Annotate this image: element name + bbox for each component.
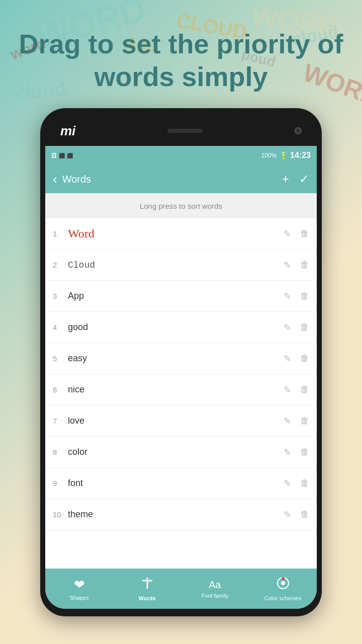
battery-icon: 🔋 (279, 151, 288, 159)
delete-icon[interactable]: 🗑 (300, 384, 309, 395)
word-text: Cloud (68, 260, 284, 270)
word-text: nice (68, 384, 284, 395)
add-button[interactable]: + (282, 173, 289, 185)
word-item: 5easy✎🗑 (45, 343, 317, 374)
status-icon-2: ⬛ (67, 153, 73, 158)
words-nav-icon (141, 577, 154, 593)
edit-icon[interactable]: ✎ (284, 228, 291, 239)
nav-item-color-schemes[interactable]: Color schemes (249, 577, 317, 601)
notification-icon: 🖼 (51, 152, 57, 158)
word-number: 1 (53, 229, 68, 238)
delete-icon[interactable]: 🗑 (300, 322, 309, 333)
app-content: 🖼 ⬛ ⬛ 100% 🔋 14:23 ‹ Words + ✓ Long pres… (45, 146, 317, 609)
word-text: easy (68, 353, 284, 364)
word-number: 5 (53, 354, 68, 363)
phone-top-bar: mi (45, 116, 317, 146)
word-number: 3 (53, 292, 68, 300)
word-item: 3App✎🗑 (45, 281, 317, 312)
hero-title: Drag to set the priority of words simply (0, 28, 362, 93)
edit-icon[interactable]: ✎ (284, 291, 291, 302)
nav-item-font-family[interactable]: AaFont family (181, 579, 249, 599)
word-item: 4good✎🗑 (45, 312, 317, 343)
phone-camera (295, 127, 302, 134)
font-family-nav-label: Font family (202, 593, 229, 599)
word-number: 6 (53, 385, 68, 394)
status-icon-1: ⬛ (59, 153, 65, 158)
phone-speaker (167, 129, 203, 133)
svg-point-4 (282, 577, 285, 580)
word-item: 9font✎🗑 (45, 468, 317, 499)
word-item: 8color✎🗑 (45, 437, 317, 468)
nav-item-words[interactable]: Words (113, 577, 181, 601)
delete-icon[interactable]: 🗑 (300, 291, 309, 301)
word-actions: ✎🗑 (284, 447, 309, 458)
edit-icon[interactable]: ✎ (284, 416, 291, 427)
edit-icon[interactable]: ✎ (284, 322, 291, 333)
word-text: love (68, 416, 284, 426)
words-list[interactable]: 1Word✎🗑2Cloud✎🗑3App✎🗑4good✎🗑5easy✎🗑6nice… (45, 218, 317, 569)
edit-icon[interactable]: ✎ (284, 260, 291, 271)
word-number: 10 (53, 510, 68, 519)
delete-icon[interactable]: 🗑 (300, 447, 309, 457)
word-actions: ✎🗑 (284, 416, 309, 427)
delete-icon[interactable]: 🗑 (300, 509, 309, 520)
sort-hint-bar: Long press to sort words (45, 193, 317, 218)
mi-logo: mi (60, 123, 75, 139)
shapes-nav-label: Shapes (70, 595, 88, 601)
delete-icon[interactable]: 🗑 (300, 353, 309, 364)
battery-percent: 100% (261, 152, 277, 159)
back-button[interactable]: ‹ (53, 172, 57, 187)
word-number: 2 (53, 261, 68, 269)
word-actions: ✎🗑 (284, 509, 309, 520)
toolbar-actions: + ✓ (282, 173, 309, 185)
delete-icon[interactable]: 🗑 (300, 228, 309, 239)
words-nav-label: Words (138, 595, 155, 601)
word-text: color (68, 447, 284, 457)
edit-icon[interactable]: ✎ (284, 384, 291, 395)
word-text: App (68, 291, 284, 301)
app-toolbar: ‹ Words + ✓ (45, 165, 317, 193)
word-actions: ✎🗑 (284, 384, 309, 395)
word-actions: ✎🗑 (284, 291, 309, 302)
phone-frame: mi 🖼 ⬛ ⬛ 100% 🔋 14:23 ‹ Words + ✓ (40, 108, 322, 616)
word-item: 1Word✎🗑 (45, 218, 317, 250)
edit-icon[interactable]: ✎ (284, 478, 291, 489)
word-actions: ✎🗑 (284, 478, 309, 489)
delete-icon[interactable]: 🗑 (300, 478, 309, 489)
delete-icon[interactable]: 🗑 (300, 416, 309, 426)
status-bar: 🖼 ⬛ ⬛ 100% 🔋 14:23 (45, 146, 317, 165)
delete-icon[interactable]: 🗑 (300, 260, 309, 270)
edit-icon[interactable]: ✎ (284, 447, 291, 458)
word-item: 10theme✎🗑 (45, 499, 317, 530)
word-actions: ✎🗑 (284, 260, 309, 271)
word-number: 8 (53, 448, 68, 456)
word-number: 9 (53, 479, 68, 488)
word-number: 7 (53, 417, 68, 425)
svg-point-3 (281, 581, 285, 585)
word-text: theme (68, 509, 284, 520)
status-left-icons: 🖼 ⬛ ⬛ (51, 152, 73, 158)
word-number: 4 (53, 323, 68, 332)
word-text: good (68, 322, 284, 333)
word-actions: ✎🗑 (284, 322, 309, 333)
shapes-nav-icon: ❤ (74, 577, 85, 593)
word-actions: ✎🗑 (284, 228, 309, 239)
sort-hint-text: Long press to sort words (140, 202, 222, 210)
edit-icon[interactable]: ✎ (284, 353, 291, 364)
word-text: Word (68, 227, 284, 240)
word-actions: ✎🗑 (284, 353, 309, 364)
word-item: 6nice✎🗑 (45, 374, 317, 406)
color-schemes-nav-label: Color schemes (264, 595, 301, 601)
clock: 14:23 (290, 151, 311, 160)
word-text: font (68, 478, 284, 489)
color-schemes-nav-icon (277, 577, 290, 593)
word-item: 2Cloud✎🗑 (45, 250, 317, 281)
font-family-nav-icon: Aa (209, 579, 221, 591)
nav-item-shapes[interactable]: ❤Shapes (45, 577, 113, 601)
bottom-nav: ❤ShapesWordsAaFont familyColor schemes (45, 569, 317, 609)
word-item: 7love✎🗑 (45, 406, 317, 437)
toolbar-title: Words (62, 174, 282, 185)
confirm-button[interactable]: ✓ (299, 173, 309, 185)
edit-icon[interactable]: ✎ (284, 509, 291, 520)
